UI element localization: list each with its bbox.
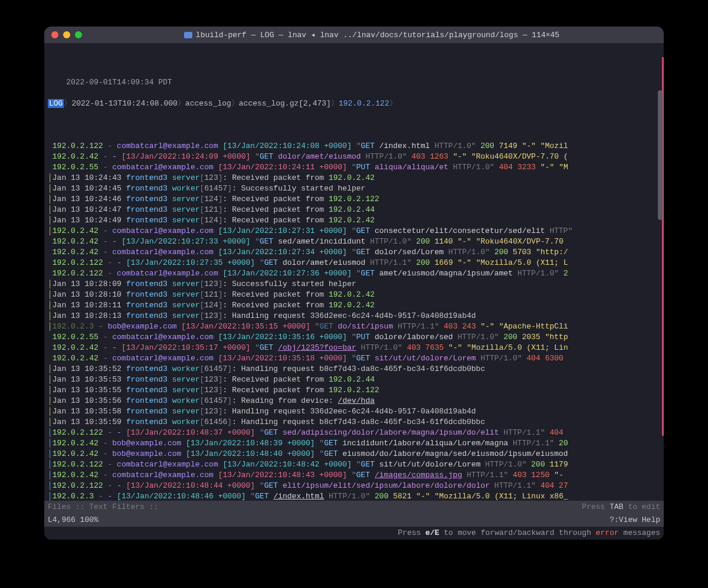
log-viewport[interactable]: 192.0.2.122 - combatcarl@example.com [13… [48,141,660,501]
help-bar: Press e/E to move forward/backward throu… [44,527,664,540]
log-line[interactable]: │192.0.2.42 - combatcarl@example.com [13… [48,470,660,481]
log-line[interactable]: │Jan 13 10:24:43 frontend3 server[123]: … [48,173,660,183]
log-line[interactable]: │Jan 13 10:35:56 frontend3 worker[61457]… [48,396,660,406]
line-position: L4,966 100% [48,514,99,527]
log-line[interactable]: │192.0.2.122 - - [13/Jan/2022:10:48:44 +… [48,481,660,491]
log-line[interactable]: │192.0.2.3 - bob@example.com [13/Jan/202… [48,321,660,332]
close-icon[interactable] [51,31,58,38]
help-hint: ?:View Help [609,514,660,527]
header-timestamp: 2022-09-01T14:09:34 PDT [66,78,172,87]
log-line[interactable]: │Jan 13 10:24:46 frontend3 server[124]: … [48,194,660,205]
window-title-text: lbuild-perf — LOG — lnav ◂ lnav ../lnav/… [196,30,559,40]
titlebar[interactable]: lbuild-perf — LOG — lnav ◂ lnav ../lnav/… [44,27,664,43]
breadcrumb[interactable]: LOG〉2022-01-13T10:24:08.000〉access_log〉a… [48,98,660,109]
log-line[interactable]: │Jan 13 10:24:49 frontend3 server[124]: … [48,215,660,226]
log-line[interactable]: │192.0.2.42 - combatcarl@example.com [13… [48,226,660,236]
filters-label: Files :: Text Filters :: [48,501,158,514]
log-line[interactable]: 192.0.2.122 - combatcarl@example.com [13… [48,141,660,152]
log-line[interactable]: 192.0.2.55 - combatcarl@example.com [13/… [48,162,660,173]
log-line[interactable]: │192.0.2.3 - - [13/Jan/2022:10:48:46 +00… [48,491,660,501]
log-line[interactable]: 192.0.2.42 - combatcarl@example.com [13/… [48,247,660,258]
terminal-body[interactable]: 2022-09-01T14:09:34 PDT LOG〉2022-01-13T1… [44,43,664,501]
log-line[interactable]: 192.0.2.42 - - [13/Jan/2022:10:27:33 +00… [48,236,660,247]
window-title: lbuild-perf — LOG — lnav ◂ lnav ../lnav/… [87,30,657,40]
breadcrumb-item[interactable]: 2022-01-13T10:24:08.000 [71,99,177,108]
status-area: Files :: Text Filters :: Press TAB to ed… [44,501,664,540]
terminal-window: lbuild-perf — LOG — lnav ◂ lnav ../lnav/… [44,27,664,540]
log-line[interactable]: │Jan 13 10:28:11 frontend3 server[124]: … [48,300,660,311]
log-line[interactable]: 192.0.2.42 - combatcarl@example.com [13/… [48,353,660,364]
folder-icon [184,32,192,38]
log-line[interactable]: │Jan 13 10:28:10 frontend3 server[121]: … [48,290,660,300]
breadcrumb-item[interactable]: access_log [185,99,231,108]
log-line[interactable]: │192.0.2.42 - bob@example.com [13/Jan/20… [48,449,660,459]
log-line[interactable]: 192.0.2.42 - - [13/Jan/2022:10:24:09 +00… [48,152,660,162]
filters-hint: Press TAB to edit [582,501,660,514]
log-line[interactable]: │Jan 13 10:35:55 frontend3 server[123]: … [48,385,660,396]
zoom-icon[interactable] [75,31,82,38]
breadcrumb-item[interactable]: access_log.gz[2,473] [239,99,331,108]
log-line[interactable]: │Jan 13 10:35:52 frontend3 worker[61457]… [48,364,660,375]
breadcrumb-view[interactable]: LOG [48,99,64,108]
log-line[interactable]: │192.0.2.42 - bob@example.com [13/Jan/20… [48,438,660,449]
filters-bar[interactable]: Files :: Text Filters :: Press TAB to ed… [44,501,664,514]
log-line[interactable]: │Jan 13 10:24:45 frontend3 worker[61457]… [48,183,660,194]
log-line[interactable]: 192.0.2.122 - - [13/Jan/2022:10:27:35 +0… [48,258,660,268]
log-line[interactable]: │Jan 13 10:28:13 frontend3 server[123]: … [48,311,660,321]
position-bar: L4,966 100% ?:View Help [44,514,664,527]
minimize-icon[interactable] [63,31,70,38]
log-line[interactable]: │Jan 13 10:35:53 frontend3 server[123]: … [48,375,660,385]
log-line[interactable]: │192.0.2.122 - combatcarl@example.com [1… [48,459,660,470]
log-line[interactable]: 192.0.2.42 - - [13/Jan/2022:10:35:17 +00… [48,343,660,353]
log-line[interactable]: 192.0.2.55 - combatcarl@example.com [13/… [48,332,660,343]
log-line[interactable]: │Jan 13 10:35:59 frontend3 worker[61456]… [48,417,660,428]
log-line[interactable]: │Jan 13 10:35:58 frontend3 server[123]: … [48,406,660,417]
log-line[interactable]: │Jan 13 10:24:47 frontend3 server[121]: … [48,205,660,215]
log-line[interactable]: 192.0.2.122 - combatcarl@example.com [13… [48,268,660,279]
log-line[interactable]: │Jan 13 10:28:09 frontend3 server[123]: … [48,279,660,290]
scrollbar-thumb[interactable] [658,90,663,220]
breadcrumb-item[interactable]: 192.0.2.122 [339,99,389,108]
log-line[interactable]: │192.0.2.122 - - [13/Jan/2022:10:48:37 +… [48,428,660,438]
